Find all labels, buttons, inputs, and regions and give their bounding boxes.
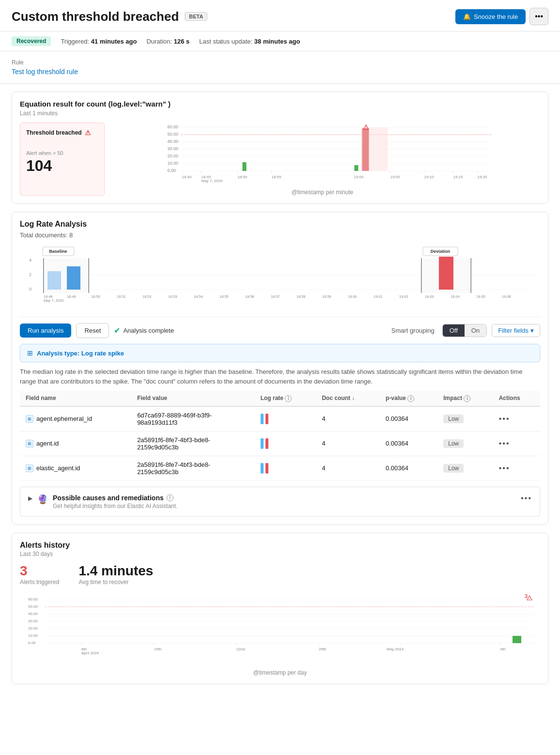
svg-text:19:04: 19:04 [451, 294, 460, 299]
log-rate-cell [255, 456, 316, 480]
log-rate-bar-blue [261, 463, 264, 474]
field-value-cell: 2a5891f6-8fe7-4bf3-bde8-2159c9d05c3b [131, 431, 255, 456]
svg-text:19:00: 19:00 [348, 294, 357, 299]
log-rate-card: Log Rate Analysis Total documents: 8 Bas… [12, 212, 548, 525]
svg-text:18:50: 18:50 [91, 294, 100, 299]
table-row: ⊞ elastic_agent.id 2a5891f6-8fe7-4bf3-bd… [20, 456, 540, 480]
svg-text:19:05: 19:05 [476, 294, 485, 299]
causes-info-icon[interactable]: i [167, 494, 173, 501]
smart-grouping-label: Smart grouping [391, 327, 435, 334]
p-value-cell: 0.00364 [380, 406, 437, 431]
col-impact: Impact i [437, 391, 493, 406]
causes-more-button[interactable]: ••• [521, 494, 532, 503]
filter-fields-button[interactable]: Filter fields ▾ [492, 324, 540, 337]
threshold-alert-text: Alert when > 50 [26, 150, 63, 156]
toggle-off-button[interactable]: Off [443, 324, 465, 337]
svg-text:19:02: 19:02 [399, 294, 408, 299]
svg-text:19:05: 19:05 [390, 175, 401, 179]
analysis-description: The median log rate in the selected devi… [20, 367, 540, 386]
svg-text:18:40: 18:40 [182, 175, 192, 179]
svg-text:4: 4 [29, 258, 31, 262]
svg-text:April 2024: April 2024 [81, 651, 99, 655]
run-analysis-button[interactable]: Run analysis [20, 324, 71, 338]
alerts-triggered-stat: 3 Alerts triggered [20, 563, 59, 586]
impact-info-icon[interactable]: i [464, 395, 470, 402]
alerts-triggered-label: Alerts triggered [20, 579, 59, 586]
row-actions-button[interactable]: ••• [499, 439, 510, 447]
field-icon: ⊞ [26, 440, 33, 447]
log-rate-info-icon[interactable]: i [285, 395, 292, 402]
svg-text:May 2024: May 2024 [387, 647, 404, 651]
rule-link[interactable]: Test log threshold rule [12, 68, 78, 76]
svg-text:19:20: 19:20 [478, 175, 488, 179]
col-field-value: Field value [131, 391, 255, 406]
svg-text:18:55: 18:55 [272, 175, 282, 179]
svg-text:18:49: 18:49 [67, 294, 76, 299]
actions-cell: ••• [493, 406, 540, 431]
header-left: Custom threshold breached BETA [12, 9, 207, 24]
log-rate-bar-red [265, 438, 268, 449]
triggered-info: Triggered: 41 minutes ago [61, 38, 137, 45]
toggle-on-button[interactable]: On [465, 324, 486, 337]
rule-label: Rule [12, 59, 548, 66]
svg-rect-17 [362, 128, 369, 171]
warning-icon: ⚠ [85, 129, 91, 137]
alerts-history-x-axis-label: @timestamp per day [20, 669, 540, 676]
svg-text:18:51: 18:51 [117, 294, 126, 299]
field-value-cell: 6d7ca697-8889-469f-b3f9-98a9193d11f3 [131, 406, 255, 431]
svg-text:May 7, 2024: May 7, 2024 [202, 179, 223, 183]
analysis-type-bar: ⊞ Analysis type: Log rate spike [20, 344, 540, 362]
alerts-count: 3 [20, 563, 59, 579]
p-value-cell: 0.00364 [380, 431, 437, 456]
row-actions-button[interactable]: ••• [499, 415, 510, 423]
field-value-cell: 2a5891f6-8fe7-4bf3-bde8-2159c9d05c3b [131, 456, 255, 480]
svg-text:40.00: 40.00 [168, 139, 179, 144]
p-value-info-icon[interactable]: i [407, 395, 414, 402]
log-rate-title: Log Rate Analysis [20, 220, 540, 229]
row-actions-button[interactable]: ••• [499, 464, 510, 472]
alerts-stats: 3 Alerts triggered 1.4 minutes Avg time … [20, 563, 540, 586]
field-name-cell: ⊞ agent.ephemeral_id [20, 406, 131, 431]
controls-bar: Run analysis Reset ✔ Analysis complete S… [20, 317, 540, 338]
reset-button[interactable]: Reset [76, 323, 109, 338]
impact-cell: Low [437, 456, 493, 480]
equation-layout: Threshold breached ⚠ Alert when > 50 104… [20, 123, 540, 196]
svg-rect-59 [67, 266, 80, 290]
total-docs: Total documents: 8 [20, 231, 540, 239]
field-icon: ⊞ [26, 464, 33, 472]
svg-text:18:57: 18:57 [271, 294, 280, 299]
alerts-history-chart-container: 60.00 50.00 40.00 30.00 20.00 10.00 0.00… [20, 593, 540, 676]
snooze-button[interactable]: 🔔 Snooze the rule [455, 9, 526, 24]
last-update-info: Last status update: 38 minutes ago [199, 38, 300, 45]
threshold-box-title: Threshold breached ⚠ [26, 129, 91, 137]
svg-text:60.00: 60.00 [28, 597, 38, 601]
svg-text:0: 0 [29, 287, 31, 292]
log-rate-bar-red [265, 414, 268, 424]
check-icon: ✔ [114, 326, 120, 335]
equation-chart-subtitle: Last 1 minutes [20, 110, 540, 117]
beta-badge: BETA [185, 12, 207, 21]
svg-text:40.00: 40.00 [28, 612, 38, 616]
threshold-box: Threshold breached ⚠ Alert when > 50 104 [20, 123, 105, 196]
equation-chart-area: 60.00 50.00 40.00 30.00 20.00 10.00 0.00 [105, 123, 540, 196]
svg-text:May 7, 2024: May 7, 2024 [44, 298, 63, 303]
equation-chart-card: Equation result for count (log.level:"wa… [12, 92, 548, 204]
svg-text:18:55: 18:55 [219, 294, 229, 299]
log-rate-cell [255, 431, 316, 456]
svg-text:10.00: 10.00 [168, 161, 179, 166]
causes-subtitle: Get helpful insights from our Elastic AI… [53, 503, 516, 509]
alerts-history-card: Alerts history Last 30 days 3 Alerts tri… [12, 533, 548, 684]
avg-time-value: 1.4 minutes [78, 563, 153, 579]
svg-text:2: 2 [29, 272, 31, 277]
equation-chart-title: Equation result for count (log.level:"wa… [20, 100, 540, 108]
col-actions: Actions [493, 391, 540, 406]
actions-cell: ••• [493, 456, 540, 480]
more-options-button[interactable]: ••• [529, 8, 548, 25]
expand-icon[interactable]: ▶ [28, 495, 32, 502]
bell-icon: 🔔 [463, 13, 471, 20]
page-header: Custom threshold breached BETA 🔔 Snooze … [0, 0, 560, 31]
svg-text:18:52: 18:52 [142, 294, 152, 299]
table-row: ⊞ agent.id 2a5891f6-8fe7-4bf3-bde8-2159c… [20, 431, 540, 456]
col-p-value: p-value i [380, 391, 437, 406]
col-log-rate: Log rate i [255, 391, 316, 406]
